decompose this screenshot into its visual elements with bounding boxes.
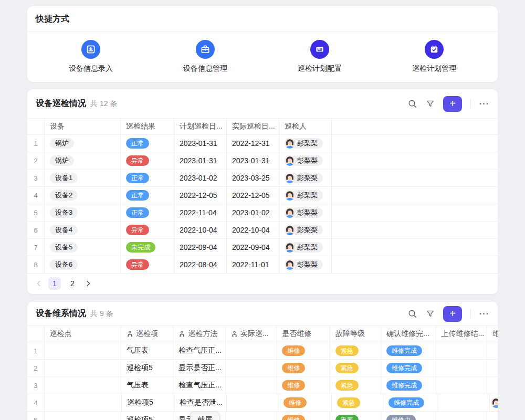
page-1-button[interactable]: 1 xyxy=(48,277,61,290)
table-row[interactable]: 3 设备1 正常 2023-01-02 2023-03-25 彭梨梨 xyxy=(27,170,498,187)
col-maintainer[interactable]: 维 xyxy=(487,326,498,342)
confirm-pill[interactable]: 维修中 xyxy=(386,415,416,420)
actual-cell[interactable] xyxy=(226,412,277,420)
result-pill[interactable]: 异常 xyxy=(126,259,149,270)
table-row[interactable]: 8 设备6 异常 2022-08-04 2022-11-01 彭梨梨 xyxy=(27,256,498,274)
level-pill[interactable]: 重要 xyxy=(335,415,359,420)
maintainer-cell[interactable] xyxy=(487,412,498,420)
table-row[interactable]: 3 气压表 检查气压正... 维修 紧急 维修完成 xyxy=(27,377,498,394)
result-pill[interactable]: 异常 xyxy=(126,225,149,235)
more-button[interactable]: ··· xyxy=(479,309,489,319)
repair-pill[interactable]: 维修 xyxy=(282,380,305,391)
method-cell[interactable]: 检查气压正... xyxy=(173,342,225,359)
item-cell[interactable]: 巡检项5 xyxy=(121,412,173,420)
level-pill[interactable]: 紧急 xyxy=(335,345,359,356)
actual-date-cell[interactable]: 2022-10-04 xyxy=(227,222,279,238)
actual-date-cell[interactable]: 2023-01-31 xyxy=(227,152,279,169)
inspector-cell[interactable]: 彭梨梨 xyxy=(285,259,323,270)
add-record-button[interactable]: + xyxy=(443,306,462,322)
plan-date-cell[interactable]: 2022-11-04 xyxy=(174,204,227,221)
point-cell[interactable] xyxy=(45,394,122,411)
actual-date-cell[interactable]: 2023-03-25 xyxy=(227,170,279,186)
result-pill[interactable]: 正常 xyxy=(126,207,149,218)
maintainer-cell[interactable] xyxy=(487,377,498,394)
device-tag[interactable]: 锅炉 xyxy=(50,155,74,166)
col-upload[interactable]: 上传维修结... xyxy=(436,326,487,342)
table-row[interactable]: 1 气压表 检查气压正... 维修 紧急 维修完成 xyxy=(27,342,498,360)
col-repair[interactable]: 是否维修 xyxy=(277,326,330,342)
search-button[interactable] xyxy=(407,99,417,109)
point-cell[interactable] xyxy=(45,360,121,376)
col-result[interactable]: 巡检结果 xyxy=(121,119,174,134)
prev-page-button[interactable] xyxy=(35,279,43,288)
shortcut-device-manage[interactable]: 设备信息管理 xyxy=(183,40,227,74)
repair-pill[interactable]: 维修 xyxy=(282,363,305,373)
next-page-button[interactable] xyxy=(84,279,92,288)
point-cell[interactable] xyxy=(45,342,121,359)
upload-cell[interactable] xyxy=(436,412,487,420)
inspector-cell[interactable]: 彭梨梨 xyxy=(285,190,323,201)
upload-cell[interactable] xyxy=(436,342,487,359)
col-plan-date[interactable]: 计划巡检日... xyxy=(174,119,227,134)
item-cell[interactable]: 巡检项5 xyxy=(121,360,173,376)
device-tag[interactable]: 设备6 xyxy=(50,259,78,270)
inspector-cell[interactable]: 彭梨梨 xyxy=(285,242,323,253)
method-cell[interactable]: 检查是否泄... xyxy=(174,394,227,411)
table-row[interactable]: 1 锅炉 正常 2023-01-31 2022-12-31 彭梨梨 xyxy=(27,135,498,152)
result-pill[interactable]: 正常 xyxy=(126,138,149,149)
col-confirm[interactable]: 确认维修完... xyxy=(381,326,436,342)
filter-button[interactable] xyxy=(426,309,435,318)
table-row[interactable]: 4 设备2 正常 2022-12-05 2022-12-05 彭梨梨 xyxy=(27,187,498,204)
point-cell[interactable] xyxy=(45,377,121,394)
actual-date-cell[interactable]: 2022-12-05 xyxy=(227,187,279,204)
plan-date-cell[interactable]: 2023-01-31 xyxy=(174,152,227,169)
confirm-pill[interactable]: 维修完成 xyxy=(386,363,422,373)
method-cell[interactable]: 检查气压正... xyxy=(173,377,225,394)
item-cell[interactable]: 气压表 xyxy=(121,342,173,359)
shortcut-device-input[interactable]: 设备信息录入 xyxy=(69,40,113,74)
level-pill[interactable]: 紧急 xyxy=(337,397,360,408)
confirm-pill[interactable]: 维修完成 xyxy=(386,380,422,391)
device-tag[interactable]: 设备2 xyxy=(50,190,78,201)
inspector-cell[interactable]: 彭梨梨 xyxy=(285,207,323,218)
result-pill[interactable]: 未完成 xyxy=(126,242,155,253)
level-pill[interactable]: 紧急 xyxy=(335,380,359,391)
page-2-button[interactable]: 2 xyxy=(66,277,79,290)
item-cell[interactable]: 巡检项5 xyxy=(122,394,174,411)
actual-date-cell[interactable]: 2022-11-01 xyxy=(227,256,279,273)
upload-cell[interactable] xyxy=(436,360,487,376)
method-cell[interactable]: 显示是否正... xyxy=(173,360,225,376)
actual-cell[interactable] xyxy=(226,360,277,376)
maintainer-cell[interactable] xyxy=(487,342,498,359)
plan-date-cell[interactable]: 2022-12-05 xyxy=(174,187,227,204)
repair-pill[interactable]: 维修 xyxy=(282,345,305,356)
result-pill[interactable]: 正常 xyxy=(126,190,149,201)
search-button[interactable] xyxy=(407,309,417,319)
maintainer-cell[interactable] xyxy=(487,360,498,376)
device-tag[interactable]: 设备1 xyxy=(50,173,78,183)
shortcut-plan-config[interactable]: 巡检计划配置 xyxy=(298,40,342,74)
repair-pill[interactable]: 维修 xyxy=(284,397,307,408)
table-row[interactable]: 7 设备5 未完成 2022-09-04 2022-09-04 彭梨梨 xyxy=(27,239,498,256)
upload-cell[interactable] xyxy=(438,394,490,411)
level-pill[interactable]: 紧急 xyxy=(335,363,359,373)
item-cell[interactable]: 气压表 xyxy=(121,377,173,394)
plan-date-cell[interactable]: 2023-01-31 xyxy=(174,135,227,152)
plan-date-cell[interactable]: 2022-09-04 xyxy=(174,239,227,256)
actual-date-cell[interactable]: 2023-01-02 xyxy=(227,204,279,221)
more-button[interactable]: ··· xyxy=(479,99,489,109)
table-row[interactable]: 2 锅炉 异常 2023-01-31 2023-01-31 彭梨梨 xyxy=(27,152,498,170)
confirm-pill[interactable]: 维修完成 xyxy=(388,397,424,408)
table-row[interactable]: 6 设备4 异常 2022-10-04 2022-10-04 彭梨梨 xyxy=(27,222,498,239)
table-row[interactable]: 5 设备3 正常 2022-11-04 2023-01-02 彭梨梨 xyxy=(27,204,498,222)
device-tag[interactable]: 设备4 xyxy=(50,225,78,235)
device-tag[interactable]: 设备3 xyxy=(50,207,78,218)
repair-pill[interactable]: 维修 xyxy=(282,415,305,420)
col-device[interactable]: 设备 xyxy=(45,119,121,134)
table-row[interactable]: 4 巡检项5 检查是否泄... 维修 紧急 维修完成 xyxy=(27,394,498,412)
actual-date-cell[interactable]: 2022-12-31 xyxy=(227,135,279,152)
table-row[interactable]: 5 巡检项5 显示是否正... 维修 重要 维修中 xyxy=(27,412,498,420)
col-item[interactable]: 巡检项 xyxy=(121,326,173,342)
maintainer-cell[interactable] xyxy=(490,394,498,411)
col-method[interactable]: 巡检方法 xyxy=(173,326,225,342)
